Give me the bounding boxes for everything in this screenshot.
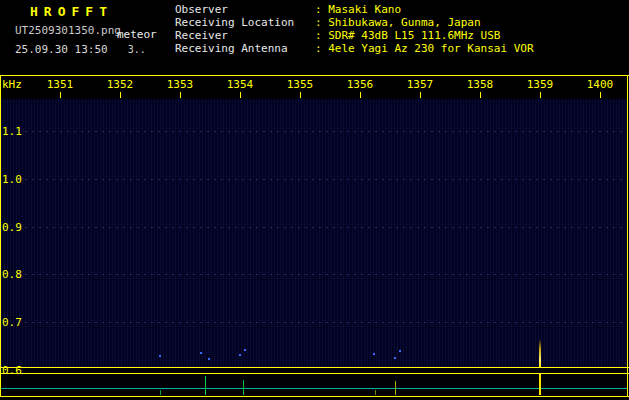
time-axis-label: 1351 [47,78,74,91]
time-axis-tick [60,92,61,98]
weak-echo-dot [200,352,202,354]
weak-echo-dot [239,354,241,356]
weak-echo-dot [399,350,401,352]
time-axis-label: 1357 [407,78,434,91]
time-axis-tick [420,92,421,98]
time-axis-label: 1356 [347,78,374,91]
signal-level-spike [205,376,206,395]
hrofft-output-image: HROFFT UT2509301350.png meteor 25.09.30 … [0,0,629,400]
freq-gridline [18,179,627,180]
time-axis-label: 1355 [287,78,314,91]
plot-dynamic-layer: 1351135213531354135513561357135813591400… [0,0,629,400]
signal-level-spike [395,381,396,395]
time-axis-label: 1353 [167,78,194,91]
time-axis-tick [540,92,541,98]
time-axis-tick [600,92,601,98]
weak-echo-dot [208,358,210,360]
signal-level-spike [539,374,541,395]
freq-axis-label: 0.6 [2,364,22,377]
time-axis-tick [180,92,181,98]
signal-level-spike [375,390,376,395]
time-axis-label: 1359 [527,78,554,91]
weak-echo-dot [394,357,396,359]
freq-gridline [18,131,627,132]
weak-echo-dot [244,349,246,351]
time-axis-tick [120,92,121,98]
weak-echo-dot [159,355,161,357]
time-axis-tick [240,92,241,98]
time-axis-label: 1358 [467,78,494,91]
time-axis-tick [360,92,361,98]
time-axis-tick [300,92,301,98]
freq-gridline [18,227,627,228]
signal-level-spike [243,380,244,395]
time-axis-tick [480,92,481,98]
freq-gridline [18,274,627,275]
freq-gridline [18,322,627,323]
time-axis-label: 1352 [107,78,134,91]
weak-echo-dot [373,353,375,355]
signal-level-spike [160,390,161,395]
time-axis-label: 1354 [227,78,254,91]
time-axis-label: 1400 [587,78,614,91]
meteor-echo-streak [539,339,541,367]
